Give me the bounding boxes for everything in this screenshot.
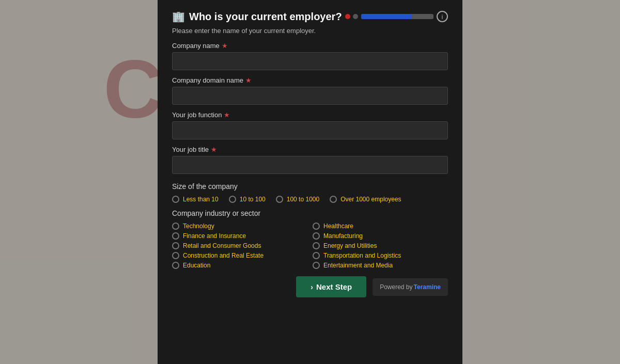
progress-dots <box>345 14 358 19</box>
job-title-label: Your job title ★ <box>172 146 448 153</box>
company-industry-label: Company industry or sector <box>172 209 448 217</box>
size-label-over-1000: Over 1000 employees <box>340 196 401 203</box>
radio-retail[interactable] <box>172 242 179 249</box>
radio-education[interactable] <box>172 262 179 269</box>
required-star-job-title: ★ <box>211 146 217 153</box>
radio-over-1000[interactable] <box>330 196 337 203</box>
size-label-10-to-100: 10 to 100 <box>240 196 266 203</box>
industry-label-manufacturing: Manufacturing <box>323 232 363 240</box>
radio-healthcare[interactable] <box>313 223 320 230</box>
size-option-100-to-1000[interactable]: 100 to 1000 <box>276 196 319 203</box>
employer-modal: 🏢 Who is your current employer? i Please… <box>158 0 462 364</box>
required-star-company-name: ★ <box>222 42 228 50</box>
radio-energy[interactable] <box>313 242 320 249</box>
radio-entertainment[interactable] <box>313 262 320 269</box>
powered-by-text: Powered by <box>380 283 412 291</box>
industry-label-entertainment: Entertainment and Media <box>323 262 393 269</box>
radio-technology[interactable] <box>172 223 179 230</box>
powered-by-badge: Powered by Teramine <box>373 278 448 296</box>
industry-label-transportation: Transportation and Logistics <box>323 252 401 259</box>
arrow-icon: › <box>311 283 313 291</box>
modal-subtitle: Please enter the name of your current em… <box>172 27 448 35</box>
industry-label-education: Education <box>183 262 210 269</box>
industry-label-technology: Technology <box>183 223 214 230</box>
dot-1 <box>345 14 350 19</box>
job-function-input[interactable] <box>172 121 448 139</box>
size-label-less-than-10: Less than 10 <box>183 196 219 203</box>
industry-retail[interactable]: Retail and Consumer Goods <box>172 242 307 249</box>
company-name-label: Company name ★ <box>172 42 448 50</box>
radio-manufacturing[interactable] <box>313 232 320 240</box>
dot-2 <box>353 14 358 19</box>
modal-progress: i <box>345 11 448 22</box>
size-option-10-to-100[interactable]: 10 to 100 <box>229 196 266 203</box>
industry-transportation[interactable]: Transportation and Logistics <box>313 252 448 259</box>
job-title-input[interactable] <box>172 156 448 174</box>
industry-options: Technology Healthcare Finance and Insura… <box>172 223 448 269</box>
progress-bar-fill <box>361 14 412 19</box>
company-size-options: Less than 10 10 to 100 100 to 1000 Over … <box>172 196 448 203</box>
progress-bar-container <box>361 14 433 19</box>
industry-technology[interactable]: Technology <box>172 223 307 230</box>
company-name-input[interactable] <box>172 52 448 70</box>
radio-transportation[interactable] <box>313 252 320 259</box>
company-domain-input[interactable] <box>172 87 448 105</box>
industry-label-retail: Retail and Consumer Goods <box>183 242 261 249</box>
radio-100-to-1000[interactable] <box>276 196 283 203</box>
radio-less-than-10[interactable] <box>172 196 179 203</box>
modal-title-row: 🏢 Who is your current employer? <box>172 10 342 23</box>
building-icon: 🏢 <box>172 10 185 23</box>
required-star-domain: ★ <box>245 76 252 84</box>
industry-label-finance: Finance and Insurance <box>183 232 246 240</box>
industry-construction[interactable]: Construction and Real Estate <box>172 252 307 259</box>
industry-label-healthcare: Healthcare <box>323 223 353 230</box>
next-step-label: Next Step <box>316 282 352 291</box>
industry-manufacturing[interactable]: Manufacturing <box>313 232 448 240</box>
required-star-job-function: ★ <box>224 111 230 119</box>
company-domain-label: Company domain name ★ <box>172 76 448 84</box>
industry-healthcare[interactable]: Healthcare <box>313 223 448 230</box>
modal-footer: › Next Step Powered by Teramine <box>172 276 448 297</box>
radio-10-to-100[interactable] <box>229 196 236 203</box>
info-icon[interactable]: i <box>437 11 448 22</box>
modal-backdrop: 🏢 Who is your current employer? i Please… <box>0 0 620 364</box>
company-size-label: Size of the company <box>172 182 448 191</box>
industry-energy[interactable]: Energy and Utilities <box>313 242 448 249</box>
job-function-label: Your job function ★ <box>172 111 448 119</box>
size-label-100-to-1000: 100 to 1000 <box>287 196 319 203</box>
modal-title: Who is your current employer? <box>189 11 342 23</box>
radio-construction[interactable] <box>172 252 179 259</box>
radio-finance[interactable] <box>172 232 179 240</box>
industry-education[interactable]: Education <box>172 262 307 269</box>
next-step-button[interactable]: › Next Step <box>296 276 366 297</box>
industry-finance[interactable]: Finance and Insurance <box>172 232 307 240</box>
modal-header: 🏢 Who is your current employer? i <box>172 10 448 23</box>
industry-entertainment[interactable]: Entertainment and Media <box>313 262 448 269</box>
size-option-over-1000[interactable]: Over 1000 employees <box>330 196 401 203</box>
industry-label-energy: Energy and Utilities <box>323 242 377 249</box>
industry-label-construction: Construction and Real Estate <box>183 252 264 259</box>
powered-by-brand: Teramine <box>414 283 441 291</box>
size-option-less-than-10[interactable]: Less than 10 <box>172 196 219 203</box>
